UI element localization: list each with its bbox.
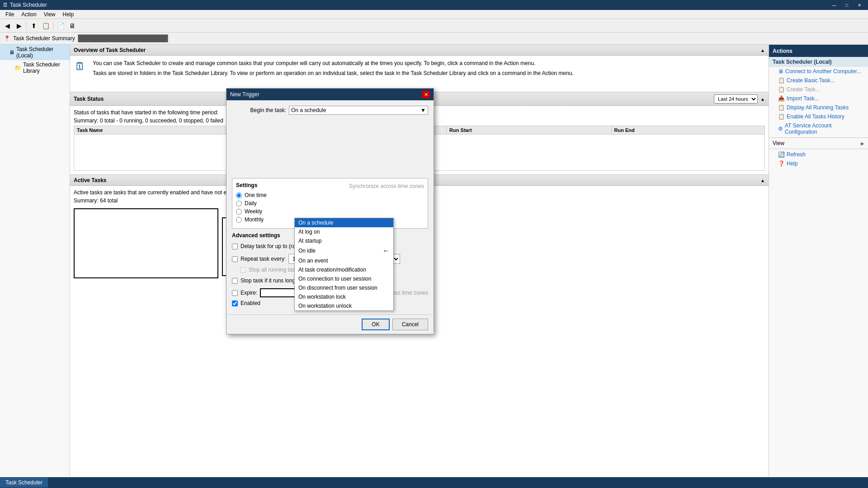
- toolbar: ◀ ▶ ⬆ 📋 📄 🖥: [0, 19, 868, 33]
- action-at-service[interactable]: ⚙ AT Service Account Configuration: [769, 121, 868, 136]
- dialog-content: Begin the task: On a schedule ▼ On a sch…: [226, 100, 434, 314]
- dropdown-item-connect[interactable]: On connection to user session: [295, 274, 393, 283]
- sync-label: Synchronize across time zones: [349, 183, 424, 189]
- minimize-button[interactable]: —: [828, 1, 840, 9]
- time-filter-select[interactable]: Last hour Last 24 hours Last 7 days Last…: [714, 94, 758, 103]
- action-refresh[interactable]: 🔄 Refresh: [769, 150, 868, 159]
- radio-monthly-label: Monthly: [245, 216, 264, 223]
- address-bar: 📍 Task Scheduler Summary: [0, 33, 868, 45]
- begin-task-select[interactable]: On a schedule ▼: [289, 106, 428, 115]
- stop-longer-checkbox[interactable]: [232, 278, 238, 284]
- radio-one-time-label: One time: [245, 192, 267, 198]
- sidebar-item-local[interactable]: 🖥 Task Scheduler (Local): [0, 45, 70, 60]
- overview-text1: You can use Task Scheduler to create and…: [93, 60, 764, 66]
- overview-text2: Tasks are stored in folders in the Task …: [93, 70, 764, 76]
- action-import[interactable]: 📥 Import Task...: [769, 94, 868, 103]
- expire-checkbox[interactable]: [232, 290, 238, 296]
- dropdown-item-logon[interactable]: At log on: [295, 227, 393, 236]
- maximize-button[interactable]: □: [841, 1, 853, 9]
- dropdown-item-lock[interactable]: On workstation lock: [295, 292, 393, 301]
- view1-button[interactable]: 📋: [40, 21, 51, 31]
- sidebar: 🖥 Task Scheduler (Local) 📁 Task Schedule…: [0, 45, 70, 488]
- radio-monthly-input[interactable]: [236, 217, 242, 223]
- enabled-label: Enabled: [241, 300, 260, 306]
- divider2: [769, 149, 868, 149]
- sidebar-label-local: Task Scheduler (Local): [16, 46, 67, 59]
- cancel-button[interactable]: Cancel: [392, 319, 428, 330]
- menu-help[interactable]: Help: [59, 10, 78, 19]
- connect-icon: 🖥: [778, 68, 783, 75]
- dropdown-item-idle[interactable]: On idle ←: [295, 245, 393, 256]
- sidebar-item-library[interactable]: 📁 Task Scheduler Library: [0, 60, 70, 75]
- action-display-running[interactable]: 📋 Display All Running Tasks: [769, 103, 868, 112]
- overview-title: Overview of Task Scheduler: [74, 47, 146, 53]
- settings-label: Settings: [236, 182, 267, 188]
- right-panel-header: Actions: [769, 45, 868, 57]
- delay-checkbox[interactable]: [232, 244, 238, 249]
- dropdown-item-event[interactable]: On an event: [295, 256, 393, 265]
- dropdown-item-creation[interactable]: At task creation/modification: [295, 265, 393, 274]
- taskbar: Task Scheduler: [0, 477, 868, 488]
- new-trigger-dialog: New Trigger ✕ Begin the task: On a sched…: [226, 88, 434, 334]
- create-icon: 📋: [778, 86, 785, 93]
- dialog-title-bar: New Trigger ✕: [226, 89, 434, 100]
- address-input[interactable]: [78, 34, 168, 42]
- dropdown-item-unlock[interactable]: On workstation unlock: [295, 301, 393, 310]
- dropdown-item-disconnect[interactable]: On disconnect from user session: [295, 283, 393, 292]
- main-container: 🖥 Task Scheduler (Local) 📁 Task Schedule…: [0, 45, 868, 488]
- action-connect[interactable]: 🖥 Connect to Another Computer...: [769, 67, 868, 76]
- app-title: Task Scheduler: [10, 2, 47, 8]
- enabled-checkbox[interactable]: [232, 300, 238, 306]
- radio-one-time-input[interactable]: [236, 192, 242, 198]
- import-icon: 📥: [778, 95, 785, 102]
- back-button[interactable]: ◀: [2, 21, 13, 31]
- active-chevron: ▲: [760, 178, 765, 183]
- stop-all-checkbox[interactable]: [240, 267, 246, 273]
- begin-task-dropdown[interactable]: On a schedule At log on At startup On id…: [294, 218, 394, 311]
- dropdown-item-startup[interactable]: At startup: [295, 236, 393, 245]
- help-button[interactable]: 🖥: [67, 21, 78, 31]
- repeat-checkbox[interactable]: [232, 256, 238, 262]
- forward-button[interactable]: ▶: [14, 21, 24, 31]
- local-icon: 🖥: [9, 49, 14, 56]
- task-status-title: Task Status: [74, 96, 104, 102]
- radio-one-time: One time: [236, 192, 267, 198]
- radio-daily-input[interactable]: [236, 201, 242, 206]
- radio-monthly: Monthly: [236, 216, 267, 223]
- dialog-title: New Trigger: [230, 91, 259, 98]
- dialog-close-button[interactable]: ✕: [422, 91, 430, 98]
- dropdown-item-schedule[interactable]: On a schedule: [295, 218, 393, 227]
- taskbar-item[interactable]: Task Scheduler: [0, 478, 48, 488]
- idle-arrow: ←: [382, 247, 390, 255]
- overview-header[interactable]: Overview of Task Scheduler ▲: [70, 45, 769, 56]
- menu-view[interactable]: View: [40, 10, 59, 19]
- ok-button[interactable]: OK: [362, 319, 389, 330]
- help-icon: ❓: [778, 160, 785, 167]
- radio-weekly-label: Weekly: [245, 208, 262, 215]
- address-path: Task Scheduler Summary: [13, 35, 75, 42]
- display-icon: 📋: [778, 104, 785, 111]
- view2-button[interactable]: 📄: [55, 21, 66, 31]
- expire-label: Expire:: [241, 290, 257, 296]
- app-icon: 🗓: [3, 2, 8, 8]
- title-bar: 🗓 Task Scheduler — □ ✕: [0, 0, 868, 10]
- toolbar-separator2: [53, 22, 53, 30]
- refresh-icon: 🔄: [778, 151, 785, 158]
- menu-action[interactable]: Action: [18, 10, 40, 19]
- right-panel-subtitle: Task Scheduler (Local): [769, 57, 868, 67]
- divider1: [769, 137, 868, 138]
- view-expand-arrow: ▶: [861, 141, 864, 146]
- action-view-expand[interactable]: View ▶: [769, 139, 868, 148]
- radio-daily: Daily: [236, 200, 267, 206]
- status-chevron: ▲: [760, 97, 765, 102]
- action-enable-history[interactable]: 📋 Enable All Tasks History: [769, 112, 868, 121]
- up-button[interactable]: ⬆: [28, 21, 39, 31]
- action-help[interactable]: ❓ Help: [769, 159, 868, 168]
- dialog-buttons: OK Cancel: [226, 314, 434, 334]
- radio-weekly-input[interactable]: [236, 209, 242, 215]
- action-create-basic[interactable]: 📋 Create Basic Task...: [769, 76, 868, 85]
- col-run-start: Run Start: [447, 126, 611, 135]
- close-button[interactable]: ✕: [854, 1, 865, 9]
- service-icon: ⚙: [778, 126, 783, 132]
- menu-file[interactable]: File: [2, 10, 18, 19]
